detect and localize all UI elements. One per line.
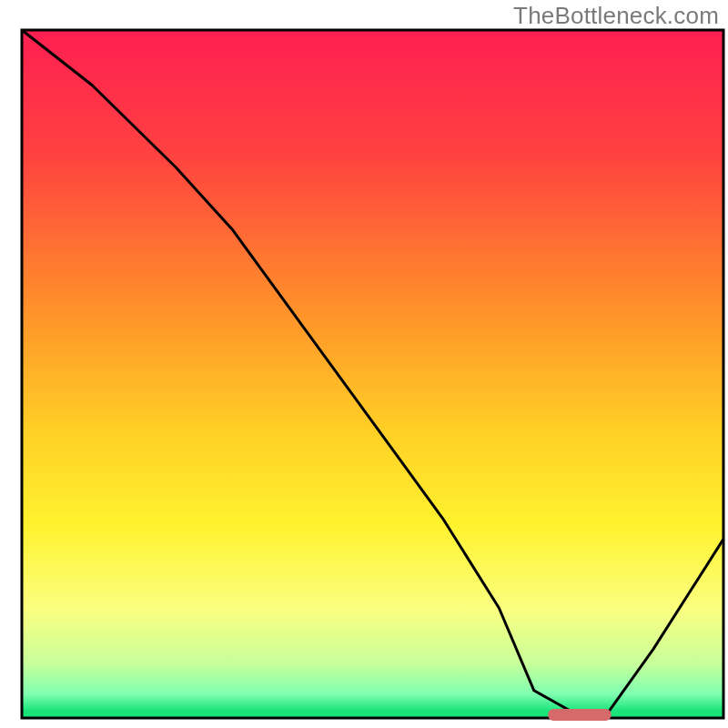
plot-background <box>22 30 723 718</box>
chart-frame: TheBottleneck.com <box>0 0 728 728</box>
optimal-range-marker <box>548 709 611 721</box>
bottleneck-plot <box>0 0 728 728</box>
watermark-text: TheBottleneck.com <box>513 2 719 30</box>
